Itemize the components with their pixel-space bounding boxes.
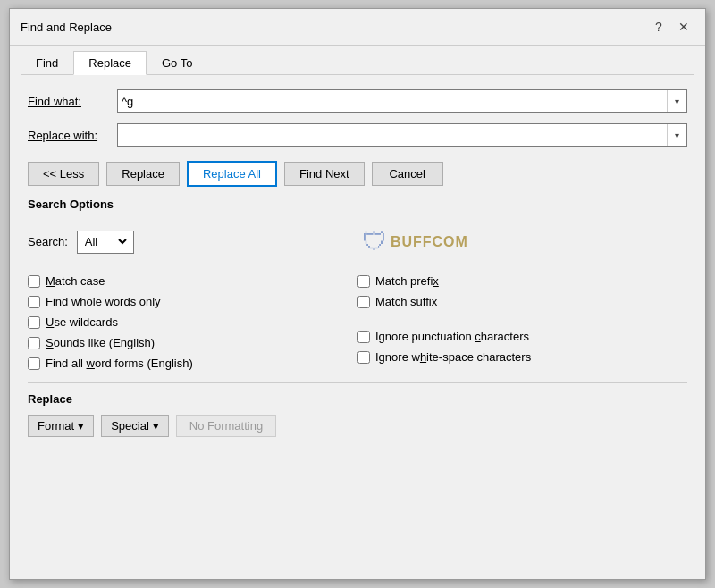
wildcards-checkbox[interactable]: [28, 316, 40, 329]
options-grid: Match case Find whole words only Use wil…: [28, 274, 687, 370]
dialog-title: Find and Replace: [21, 21, 112, 34]
special-button[interactable]: Special ▾: [101, 415, 169, 437]
find-what-input-wrap: ▾: [117, 89, 687, 113]
title-controls: ? ✕: [648, 16, 694, 38]
ignore-space-label[interactable]: Ignore white-space characters: [375, 350, 531, 364]
replace-buttons-row: Format ▾ Special ▾ No Formatting: [28, 415, 687, 437]
watermark-shield-icon: 🛡: [362, 227, 387, 256]
options-col-left: Match case Find whole words only Use wil…: [28, 274, 358, 370]
action-buttons-row: << Less Replace Replace All Find Next Ca…: [28, 161, 687, 187]
all-forms-row: Find all word forms (English): [28, 357, 358, 370]
find-what-input[interactable]: [118, 90, 667, 112]
match-case-row: Match case: [28, 274, 358, 288]
search-label: Search:: [28, 235, 68, 248]
search-select[interactable]: All Up Down: [81, 234, 130, 249]
sounds-like-label[interactable]: Sounds like (English): [46, 336, 155, 349]
find-what-label-text: Find what:: [28, 95, 81, 108]
watermark-text: BUFFCOM: [391, 234, 468, 250]
help-button[interactable]: ?: [648, 16, 669, 38]
all-forms-checkbox[interactable]: [28, 357, 40, 370]
ignore-space-checkbox[interactable]: [358, 351, 370, 364]
dialog-content: Find what: ▾ Replace with: ▾ << Less Rep…: [10, 75, 705, 579]
replace-with-input-wrap: ▾: [117, 123, 687, 147]
ignore-punct-checkbox[interactable]: [358, 331, 370, 343]
special-dropdown-icon: ▾: [153, 419, 159, 433]
replace-all-button[interactable]: Replace All: [187, 161, 277, 187]
wildcards-row: Use wildcards: [28, 315, 358, 329]
match-suffix-label[interactable]: Match suffix: [375, 295, 437, 308]
whole-words-checkbox[interactable]: [28, 296, 40, 308]
find-next-button[interactable]: Find Next: [284, 162, 365, 186]
search-row: Search: All Up Down 🛡 BUFFCOM: [28, 220, 687, 264]
replace-divider: [28, 382, 687, 383]
whole-words-row: Find whole words only: [28, 295, 358, 308]
ignore-space-row: Ignore white-space characters: [358, 350, 687, 364]
replace-with-row: Replace with: ▾: [28, 123, 687, 147]
cancel-button[interactable]: Cancel: [372, 162, 443, 186]
special-button-label: Special: [111, 419, 149, 433]
replace-with-label-text: Replace with:: [28, 129, 97, 142]
format-button[interactable]: Format ▾: [28, 415, 94, 437]
match-suffix-checkbox[interactable]: [358, 296, 370, 308]
replace-with-dropdown-btn[interactable]: ▾: [667, 124, 686, 146]
close-button[interactable]: ✕: [673, 16, 694, 38]
options-col-right: Match prefix Match suffix Ignore punctua…: [358, 274, 687, 370]
title-bar: Find and Replace ? ✕: [10, 9, 705, 46]
replace-section-label: Replace: [28, 392, 687, 406]
wildcards-label[interactable]: Use wildcards: [46, 315, 118, 329]
tab-goto[interactable]: Go To: [147, 51, 207, 74]
title-bar-left: Find and Replace: [21, 21, 112, 34]
less-button[interactable]: << Less: [28, 162, 99, 186]
find-what-row: Find what: ▾: [28, 89, 687, 113]
find-what-label: Find what:: [28, 95, 117, 108]
ignore-punct-row: Ignore punctuation characters: [358, 330, 687, 343]
sounds-like-checkbox[interactable]: [28, 337, 40, 349]
search-select-wrap[interactable]: All Up Down: [77, 231, 134, 254]
match-prefix-label[interactable]: Match prefix: [375, 274, 439, 288]
format-dropdown-icon: ▾: [78, 419, 84, 433]
format-button-label: Format: [38, 419, 74, 433]
match-case-label[interactable]: Match case: [46, 274, 105, 288]
replace-button[interactable]: Replace: [106, 162, 180, 186]
no-formatting-button[interactable]: No Formatting: [176, 415, 276, 437]
tab-replace[interactable]: Replace: [73, 51, 147, 75]
all-forms-label[interactable]: Find all word forms (English): [46, 357, 193, 370]
watermark: 🛡 BUFFCOM: [143, 227, 687, 256]
whole-words-label[interactable]: Find whole words only: [46, 295, 161, 308]
ignore-punct-label[interactable]: Ignore punctuation characters: [375, 330, 529, 343]
match-prefix-checkbox[interactable]: [358, 275, 370, 288]
find-what-dropdown-btn[interactable]: ▾: [667, 90, 686, 112]
search-options-label: Search Options: [28, 197, 687, 211]
tabs: Find Replace Go To: [10, 46, 705, 74]
tab-find[interactable]: Find: [21, 51, 73, 74]
match-case-checkbox[interactable]: [28, 275, 40, 288]
find-replace-dialog: Find and Replace ? ✕ Find Replace Go To …: [9, 8, 706, 580]
replace-with-label: Replace with:: [28, 129, 117, 142]
sounds-like-row: Sounds like (English): [28, 336, 358, 349]
match-prefix-row: Match prefix: [358, 274, 687, 288]
match-suffix-row: Match suffix: [358, 295, 687, 308]
replace-with-input[interactable]: [118, 124, 667, 146]
